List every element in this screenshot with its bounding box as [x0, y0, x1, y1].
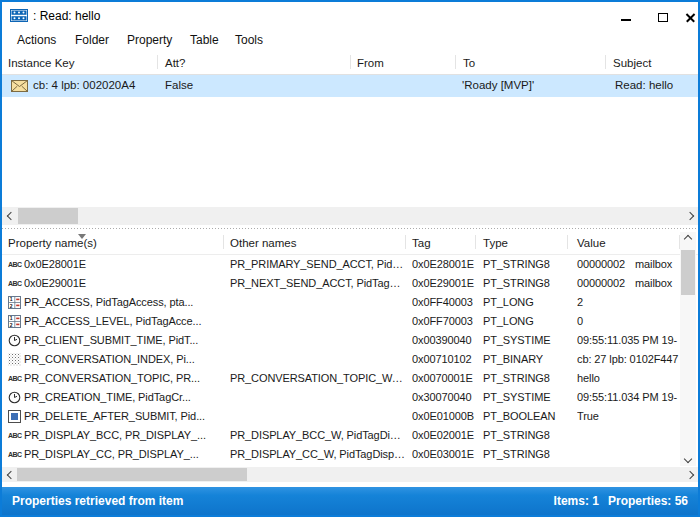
cell-tag: 0x0E01000B: [412, 407, 476, 426]
cell-other-names: [230, 331, 405, 350]
menu-folder[interactable]: Folder: [75, 33, 109, 47]
cell-property-name: PR_CREATION_TIME, PidTagCr...: [24, 388, 221, 407]
svg-text:1: 1: [10, 315, 13, 321]
status-properties-count: Properties: 56: [608, 494, 688, 508]
column-header-to[interactable]: To: [463, 57, 475, 69]
string-icon: ABC: [8, 448, 25, 461]
column-separator[interactable]: [567, 235, 568, 249]
cell-tag: 0x0E28001E: [412, 255, 476, 274]
property-row[interactable]: 12 PR_ACCESS_LEVEL, PidTagAcce... 0x0FF7…: [2, 312, 680, 331]
cell-property-name: 0x0E28001E: [24, 255, 221, 274]
message-list-hscrollbar[interactable]: [2, 207, 698, 225]
message-row[interactable]: cb: 4 lpb: 002020A4 False 'Roady [MVP]' …: [2, 75, 698, 97]
cell-tag: 0x00390040: [412, 331, 476, 350]
scroll-up-button[interactable]: [680, 232, 696, 246]
scrollbar-thumb[interactable]: [18, 208, 78, 224]
cell-tag: 0x0E02001E: [412, 426, 476, 445]
chevron-down-icon: [684, 455, 692, 463]
cell-type: PT_LONG: [483, 312, 566, 331]
cell-tag: 0x0070001E: [412, 369, 476, 388]
svg-text:2: 2: [10, 322, 13, 328]
cell-value-extra: [635, 426, 680, 445]
chevron-right-icon: [685, 470, 693, 478]
cell-property-name: PR_CLIENT_SUBMIT_TIME, PidT...: [24, 331, 221, 350]
menu-property[interactable]: Property: [127, 33, 172, 47]
column-separator[interactable]: [223, 235, 224, 249]
close-button[interactable]: [679, 2, 700, 30]
cell-value-extra: mailbox: [635, 255, 680, 274]
splitter[interactable]: [2, 228, 698, 230]
column-header-type[interactable]: Type: [483, 237, 508, 249]
cell-other-names: PR_DISPLAY_CC_W, PidTagDispla...: [230, 445, 405, 464]
column-header-tag[interactable]: Tag: [412, 237, 431, 249]
property-list-vscrollbar[interactable]: [680, 232, 696, 466]
column-header-other-names[interactable]: Other names: [230, 237, 296, 249]
message-list-header: Instance Key Att? From To Subject: [2, 52, 698, 75]
property-list-hscrollbar[interactable]: [2, 467, 698, 482]
app-icon: [10, 9, 28, 22]
cell-other-names: [230, 388, 405, 407]
property-row[interactable]: ABC PR_DISPLAY_CC, PR_DISPLAY_... PR_DIS…: [2, 445, 680, 464]
property-row[interactable]: PR_CREATION_TIME, PidTagCr... 0x30070040…: [2, 388, 680, 407]
cell-tag: 0x0FF40003: [412, 293, 476, 312]
column-separator[interactable]: [350, 55, 351, 69]
menu-actions[interactable]: Actions: [17, 33, 56, 47]
cell-subject: Read: hello: [615, 79, 673, 91]
scrollbar-thumb[interactable]: [681, 250, 695, 295]
binary-icon: [8, 353, 25, 366]
cell-type: PT_LONG: [483, 293, 566, 312]
property-row[interactable]: PR_DELETE_AFTER_SUBMIT, Pid... 0x0E01000…: [2, 407, 680, 426]
string-icon: ABC: [8, 372, 25, 385]
column-separator[interactable]: [157, 55, 158, 69]
cell-type: PT_STRING8: [483, 445, 566, 464]
cell-value-extra: [635, 331, 680, 350]
svg-text:2: 2: [10, 303, 13, 309]
cell-tag: 0x0E03001E: [412, 445, 476, 464]
minimize-button[interactable]: [615, 2, 637, 30]
cell-other-names: [230, 407, 405, 426]
cell-type: PT_SYSTIME: [483, 388, 566, 407]
cell-value-extra: [635, 350, 680, 369]
menu-tools[interactable]: Tools: [235, 33, 263, 47]
window-title: : Read: hello: [33, 9, 100, 23]
column-header-instance-key[interactable]: Instance Key: [8, 57, 74, 69]
scroll-right-button[interactable]: [681, 467, 698, 482]
menu-table[interactable]: Table: [190, 33, 219, 47]
column-separator[interactable]: [405, 235, 406, 249]
column-header-from[interactable]: From: [357, 57, 384, 69]
property-row[interactable]: ABC 0x0E29001E PR_NEXT_SEND_ACCT, PidTag…: [2, 274, 680, 293]
scroll-left-button[interactable]: [2, 207, 19, 225]
property-row[interactable]: ABC PR_DISPLAY_BCC, PR_DISPLAY_... PR_DI…: [2, 426, 680, 445]
cell-type: PT_BINARY: [483, 350, 566, 369]
scrollbar-thumb[interactable]: [17, 468, 247, 481]
column-separator[interactable]: [455, 55, 456, 69]
scroll-right-button[interactable]: [681, 207, 698, 225]
string-icon: ABC: [8, 429, 25, 442]
cell-property-name: PR_ACCESS_LEVEL, PidTagAcce...: [24, 312, 221, 331]
string-icon: ABC: [8, 277, 25, 290]
column-separator[interactable]: [475, 235, 476, 249]
cell-instance-key: cb: 4 lpb: 002020A4: [33, 79, 135, 91]
svg-text:1: 1: [10, 296, 13, 302]
chevron-left-icon: [6, 470, 14, 478]
column-header-subject[interactable]: Subject: [613, 57, 651, 69]
cell-value-extra: mailbox: [635, 274, 680, 293]
cell-value-extra: [635, 388, 680, 407]
cell-other-names: PR_PRIMARY_SEND_ACCT, PidTa...: [230, 255, 405, 274]
cell-other-names: [230, 350, 405, 369]
property-row[interactable]: ABC 0x0E28001E PR_PRIMARY_SEND_ACCT, Pid…: [2, 255, 680, 274]
property-row[interactable]: PR_CONVERSATION_INDEX, Pi... 0x00710102 …: [2, 350, 680, 369]
cell-type: PT_STRING8: [483, 369, 566, 388]
scroll-down-button[interactable]: [680, 452, 696, 466]
column-header-value[interactable]: Value: [577, 237, 606, 249]
cell-other-names: PR_NEXT_SEND_ACCT, PidTagNe...: [230, 274, 405, 293]
property-row[interactable]: PR_CLIENT_SUBMIT_TIME, PidT... 0x0039004…: [2, 331, 680, 350]
cell-value-extra: [635, 312, 680, 331]
cell-property-name: 0x0E29001E: [24, 274, 221, 293]
column-header-att[interactable]: Att?: [165, 57, 185, 69]
maximize-button[interactable]: [652, 2, 674, 30]
cell-property-name: PR_CONVERSATION_INDEX, Pi...: [24, 350, 221, 369]
property-row[interactable]: ABC PR_CONVERSATION_TOPIC, PR... PR_CONV…: [2, 369, 680, 388]
property-row[interactable]: 12 PR_ACCESS, PidTagAccess, pta... 0x0FF…: [2, 293, 680, 312]
column-separator[interactable]: [605, 55, 606, 69]
